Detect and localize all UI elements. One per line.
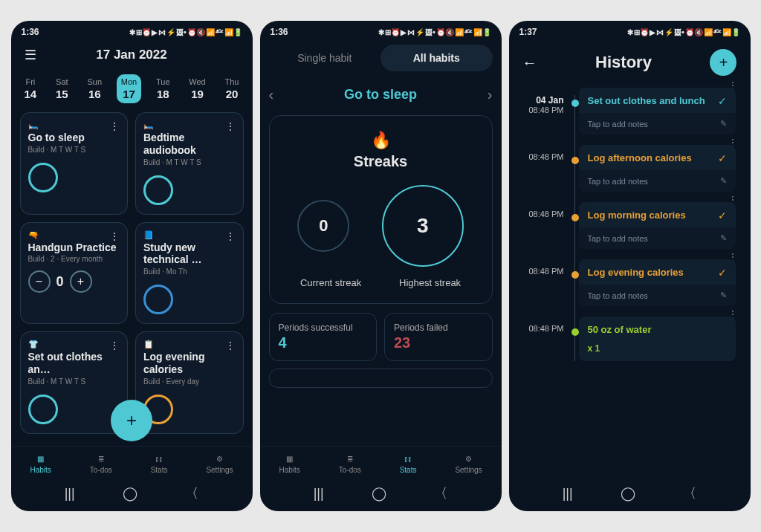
habit-title: Handgun Practice: [28, 241, 120, 254]
day-number: 14: [25, 88, 37, 100]
calendar-day[interactable]: Mon17: [117, 74, 141, 103]
system-nav: ||| ◯ 〈: [509, 477, 751, 511]
entry-card[interactable]: Log evening calories ✓ Tap to add notes✎: [579, 259, 736, 306]
recents-button[interactable]: |||: [65, 486, 75, 502]
stats-screen: 1:36 ✱ ⊞ ⏰ ▶ ⋈ ⚡ 🖼 • ⏰ 🔇 📶 ⁴ᴳᶻ 📶 🔋 Singl…: [260, 21, 502, 511]
nav-stats[interactable]: ⫿⫿Stats: [151, 452, 168, 474]
day-of-week: Wed: [189, 77, 205, 86]
calendar-day[interactable]: Fri14: [20, 74, 42, 103]
card-menu-icon[interactable]: ⋮: [225, 230, 236, 242]
timeline-line: [574, 95, 575, 361]
add-habit-button[interactable]: +: [111, 400, 152, 441]
periods-failed-card: Periods failed 23: [384, 313, 493, 361]
habit-grid: ⋮ 🛏️ Go to sleep Build · M T W T S ⋮ 🛏️ …: [20, 112, 244, 434]
card-menu-icon[interactable]: ⋮: [109, 340, 120, 351]
add-notes-button[interactable]: Tap to add notes✎: [579, 285, 736, 306]
current-streak-circle: 0: [297, 200, 349, 252]
clock: 1:36: [271, 27, 288, 37]
increment-button[interactable]: +: [70, 270, 92, 293]
calendar-day[interactable]: Wed19: [184, 74, 210, 103]
entry-subtitle: x 1: [579, 343, 736, 361]
menu-icon[interactable]: ☰: [25, 47, 36, 63]
history-entry: 08:48 PM ⋮ Log afternoon calories ✓ Tap …: [579, 145, 736, 192]
progress-ring[interactable]: [28, 163, 58, 192]
flame-icon: 🔥: [282, 131, 480, 150]
tabs: Single habit All habits: [269, 45, 493, 71]
calendar-strip[interactable]: Fri14Sat15Sun16Mon17Tue18Wed19Thu20: [20, 70, 244, 112]
next-habit-button[interactable]: ›: [488, 86, 493, 103]
tab-all-habits[interactable]: All habits: [380, 45, 493, 71]
home-button[interactable]: ◯: [123, 485, 137, 502]
habit-emoji: 🛏️: [143, 120, 236, 130]
entry-name: Log afternoon calories: [588, 152, 692, 164]
add-notes-button[interactable]: Tap to add notes✎: [579, 170, 736, 192]
habit-subtitle: Build · Every day: [143, 377, 236, 386]
back-icon[interactable]: ←: [522, 54, 537, 71]
nav-settings[interactable]: ⚙Settings: [206, 452, 233, 474]
day-number: 19: [191, 88, 204, 100]
system-nav: ||| ◯ 〈: [260, 477, 502, 511]
progress-ring[interactable]: [143, 285, 173, 314]
habit-name: Go to sleep: [344, 87, 417, 103]
history-entry: 08:48 PM ⋮ 50 oz of water x 1: [579, 317, 736, 361]
prev-habit-button[interactable]: ‹: [269, 86, 274, 103]
entry-card[interactable]: Log afternoon calories ✓ Tap to add note…: [579, 145, 736, 192]
highest-streak-circle: 3: [382, 185, 464, 267]
nav-habits[interactable]: ▦Habits: [279, 452, 299, 474]
add-entry-button[interactable]: +: [710, 49, 736, 76]
chart-icon: ⫿⫿: [153, 452, 165, 464]
back-button[interactable]: 〈: [683, 484, 696, 502]
nav-settings[interactable]: ⚙Settings: [455, 452, 482, 474]
entry-card[interactable]: Log morning calories ✓ Tap to add notes✎: [579, 202, 736, 249]
progress-ring[interactable]: [28, 395, 58, 424]
highest-streak-label: Highest streak: [399, 277, 461, 288]
decrement-button[interactable]: −: [28, 270, 51, 293]
entry-card[interactable]: Set out clothes and lunch ✓ Tap to add n…: [579, 88, 736, 134]
entry-card[interactable]: 50 oz of water x 1: [579, 317, 736, 361]
nav-habits[interactable]: ▦Habits: [30, 452, 51, 474]
nav-stats[interactable]: ⫿⫿Stats: [400, 452, 417, 474]
habit-card[interactable]: ⋮ 🛏️ Go to sleep Build · M T W T S: [20, 112, 129, 215]
habit-title: Set out clothes an…: [28, 351, 120, 376]
gear-icon: ⚙: [213, 452, 225, 464]
day-number: 20: [226, 88, 239, 100]
timeline-dot: [571, 328, 579, 336]
next-card-peek: [269, 369, 493, 388]
card-menu-icon[interactable]: ⋮: [225, 120, 236, 132]
home-button[interactable]: ◯: [372, 485, 386, 502]
habit-card[interactable]: ⋮ 🛏️ Bedtime audiobook Build · M T W T S: [135, 112, 244, 215]
calendar-day[interactable]: Sat15: [51, 74, 73, 103]
card-menu-icon[interactable]: ⋮: [109, 120, 120, 132]
entry-name: Set out clothes and lunch: [588, 95, 705, 107]
status-bar: 1:36 ✱ ⊞ ⏰ ▶ ⋈ ⚡ 🖼 • ⏰ 🔇 📶 ⁴ᴳᶻ 📶 🔋: [260, 21, 502, 40]
recents-button[interactable]: |||: [314, 486, 324, 502]
timeline-dot: [571, 157, 579, 164]
entry-name: 50 oz of water: [588, 324, 652, 336]
history-entry: 08:48 PM ⋮ Log morning calories ✓ Tap to…: [579, 202, 736, 249]
back-button[interactable]: 〈: [434, 484, 447, 502]
card-menu-icon[interactable]: ⋮: [225, 340, 236, 351]
nav-todos[interactable]: ≣To-dos: [339, 452, 361, 474]
add-notes-button[interactable]: Tap to add notes✎: [579, 113, 736, 134]
add-notes-button[interactable]: Tap to add notes✎: [579, 227, 736, 249]
chart-icon: ⫿⫿: [402, 452, 414, 464]
habits-screen: 1:36 ✱ ⊞ ⏰ ▶ ⋈ ⚡ 🖼 • ⏰ 🔇 📶 ⁴ᴳᶻ 📶 🔋 ☰ 17 …: [11, 21, 253, 511]
calendar-day[interactable]: Tue18: [152, 74, 175, 103]
back-button[interactable]: 〈: [185, 484, 198, 502]
card-menu-icon[interactable]: ⋮: [109, 230, 120, 242]
check-icon: ✓: [718, 95, 727, 107]
home-button[interactable]: ◯: [621, 485, 635, 502]
progress-ring[interactable]: [143, 175, 173, 205]
recents-button[interactable]: |||: [563, 486, 573, 502]
habit-card[interactable]: ⋮ 📘 Study new technical … Build · Mo Th: [135, 222, 244, 325]
habit-card[interactable]: ⋮ 🔫 Handgun Practice Build · 2 · Every m…: [20, 222, 129, 325]
counter-value: 0: [56, 274, 64, 290]
habit-title: Go to sleep: [28, 132, 120, 144]
nav-todos[interactable]: ≣To-dos: [90, 452, 112, 474]
pencil-icon: ✎: [720, 291, 727, 300]
timeline-dot: [571, 271, 579, 279]
status-icons: ✱ ⊞ ⏰ ▶ ⋈ ⚡ 🖼 • ⏰ 🔇 📶 ⁴ᴳᶻ 📶 🔋: [378, 28, 491, 36]
calendar-day[interactable]: Thu20: [221, 74, 244, 103]
calendar-day[interactable]: Sun16: [82, 74, 106, 103]
tab-single-habit[interactable]: Single habit: [269, 45, 381, 71]
